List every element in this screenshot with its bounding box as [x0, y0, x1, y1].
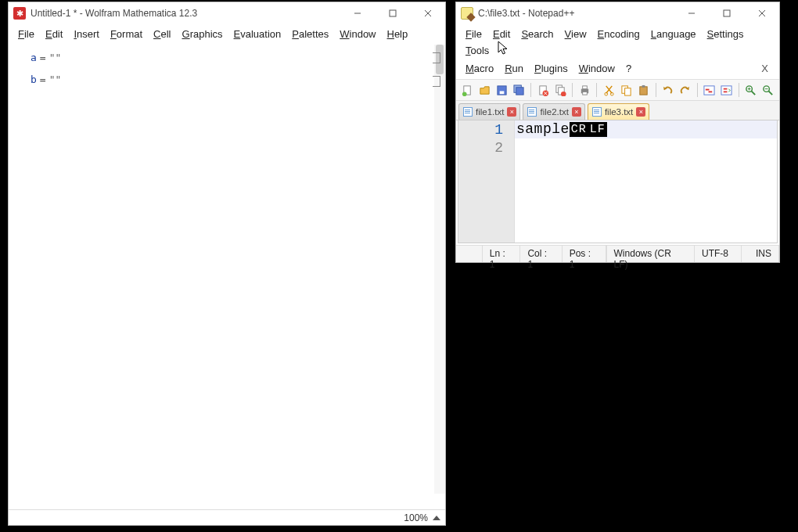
- input-cell[interactable]: a="": [31, 51, 442, 73]
- menu-format[interactable]: Format: [106, 27, 147, 41]
- cut-icon[interactable]: [602, 82, 616, 98]
- mathematica-editor[interactable]: a=""b="": [9, 45, 445, 509]
- editor-body[interactable]: sampleCRLF: [515, 120, 777, 243]
- menu-macro[interactable]: Macro: [461, 61, 498, 76]
- find-icon[interactable]: [703, 82, 717, 98]
- svg-rect-1: [390, 10, 396, 16]
- string-value: "": [49, 51, 62, 65]
- npp-title: C:\file3.txt - Notepad++: [478, 8, 574, 19]
- status-eol: Windows (CR LF): [607, 246, 695, 262]
- print-icon[interactable]: [577, 82, 591, 98]
- menu-graphics[interactable]: Graphics: [178, 27, 228, 41]
- tab-label: file3.txt: [605, 107, 633, 117]
- zoom-in-icon[interactable]: [744, 82, 758, 98]
- new-file-icon[interactable]: [460, 82, 474, 98]
- paste-icon[interactable]: [637, 82, 651, 98]
- open-icon[interactable]: [477, 82, 491, 98]
- menu-run[interactable]: Run: [500, 61, 528, 76]
- maximize-button[interactable]: [709, 2, 744, 24]
- variable: b: [31, 73, 37, 87]
- file-tab-file1txt[interactable]: file1.txt×: [458, 103, 520, 120]
- close-button[interactable]: [410, 2, 445, 24]
- save-icon[interactable]: [494, 82, 509, 98]
- svg-rect-30: [709, 91, 713, 92]
- zoom-menu-icon[interactable]: [433, 516, 440, 520]
- cell-bracket-icon[interactable]: [433, 52, 440, 63]
- mathematica-titlebar[interactable]: ✱ Untitled-1 * - Wolfram Mathematica 12.…: [9, 2, 445, 24]
- menu-cell[interactable]: Cell: [149, 27, 175, 41]
- tab-label: file2.txt: [540, 107, 568, 117]
- menu-file[interactable]: File: [13, 27, 39, 41]
- svg-rect-27: [642, 84, 645, 87]
- line-number: 2: [458, 139, 503, 157]
- svg-rect-21: [583, 92, 588, 95]
- status-spacer: [456, 246, 483, 262]
- line-number-gutter: 12: [458, 120, 515, 243]
- menu-encoding[interactable]: Encoding: [593, 27, 645, 41]
- npp-editor[interactable]: 12 sampleCRLF: [458, 120, 778, 243]
- mathematica-menubar: FileEditInsertFormatCellGraphicsEvaluati…: [9, 24, 445, 45]
- mathematica-title: Untitled-1 * - Wolfram Mathematica 12.3: [31, 8, 197, 19]
- menu-edit[interactable]: Edit: [488, 27, 515, 41]
- editor-line[interactable]: [515, 138, 777, 156]
- npp-tabbar: file1.txt×file2.txt×file3.txt×: [456, 101, 779, 120]
- menu-view[interactable]: View: [560, 27, 591, 41]
- mathematica-app-icon: ✱: [13, 7, 26, 20]
- menu-evaluation[interactable]: Evaluation: [229, 27, 286, 41]
- menu-[interactable]: ?: [621, 61, 636, 76]
- save-all-icon[interactable]: [512, 82, 526, 98]
- menu-language[interactable]: Language: [646, 27, 701, 41]
- scrollbar[interactable]: [434, 45, 445, 494]
- svg-line-37: [769, 91, 773, 95]
- close-all-icon[interactable]: [553, 82, 567, 98]
- menu-settings[interactable]: Settings: [703, 27, 749, 41]
- toolbar-separator: [530, 83, 531, 97]
- minimize-button[interactable]: [674, 2, 709, 24]
- minimize-button[interactable]: [340, 2, 375, 24]
- replace-icon[interactable]: [720, 82, 734, 98]
- npp-menubar: FileEditSearchViewEncodingLanguageSettin…: [456, 24, 779, 79]
- cell-bracket-icon[interactable]: [433, 76, 440, 87]
- file-icon: [463, 107, 473, 117]
- menu-palettes[interactable]: Palettes: [287, 27, 333, 41]
- menu-help[interactable]: Help: [383, 27, 413, 41]
- menu-plugins[interactable]: Plugins: [530, 61, 573, 76]
- zoom-out-icon[interactable]: [761, 82, 775, 98]
- file-icon: [592, 107, 602, 117]
- tab-close-icon[interactable]: ×: [572, 107, 581, 117]
- file-tab-file3txt[interactable]: file3.txt×: [588, 103, 649, 120]
- menu-tools[interactable]: Tools: [461, 43, 494, 58]
- editor-line[interactable]: sampleCRLF: [515, 120, 777, 138]
- string-value: "": [49, 73, 62, 87]
- menubar-close-doc[interactable]: X: [755, 61, 775, 76]
- input-cell[interactable]: b="": [31, 73, 442, 95]
- status-ins: INS: [742, 246, 779, 262]
- tab-close-icon[interactable]: ×: [636, 107, 645, 117]
- svg-rect-25: [625, 88, 631, 95]
- equals: =: [40, 73, 46, 87]
- toolbar-separator: [697, 83, 698, 97]
- file-tab-file2txt[interactable]: file2.txt×: [523, 103, 584, 120]
- menu-window[interactable]: Window: [574, 61, 620, 76]
- menu-insert[interactable]: Insert: [69, 27, 104, 41]
- copy-icon[interactable]: [619, 82, 633, 98]
- tab-close-icon[interactable]: ×: [507, 107, 516, 117]
- menu-window[interactable]: Window: [335, 27, 380, 41]
- npp-titlebar[interactable]: C:\file3.txt - Notepad++: [456, 2, 779, 24]
- undo-icon[interactable]: [661, 82, 675, 98]
- maximize-button[interactable]: [375, 2, 410, 24]
- svg-point-9: [462, 92, 466, 96]
- svg-rect-20: [583, 85, 588, 88]
- menu-search[interactable]: Search: [516, 27, 558, 41]
- close-file-icon[interactable]: [536, 82, 550, 98]
- mathematica-window: ✱ Untitled-1 * - Wolfram Mathematica 12.…: [8, 2, 446, 526]
- redo-icon[interactable]: [678, 82, 692, 98]
- menu-edit[interactable]: Edit: [41, 27, 67, 41]
- svg-rect-29: [706, 88, 710, 90]
- zoom-level[interactable]: 100%: [404, 512, 428, 523]
- eol-lf-icon: LF: [588, 122, 607, 137]
- eol-cr-icon: CR: [570, 122, 588, 137]
- menu-file[interactable]: File: [461, 27, 487, 41]
- status-encoding: UTF-8: [695, 246, 742, 262]
- close-button[interactable]: [744, 2, 779, 24]
